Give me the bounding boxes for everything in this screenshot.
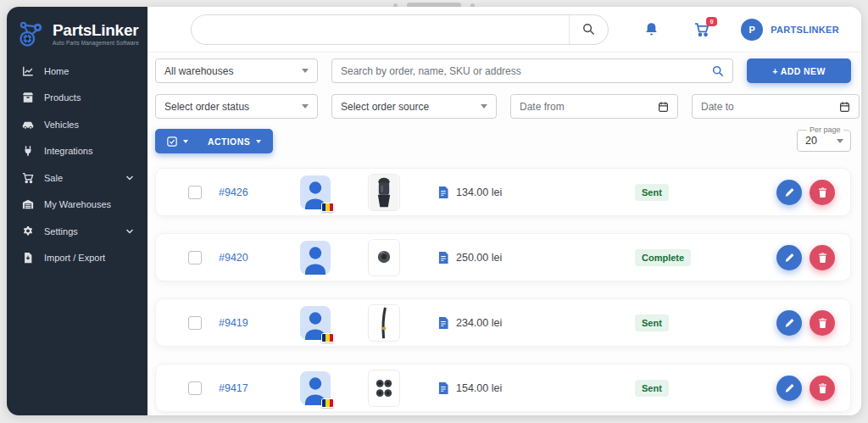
global-search [191, 14, 609, 45]
chevron-down-icon [837, 139, 843, 143]
gear-icon [22, 225, 34, 237]
app-logo[interactable]: PartsLinker Auto Parts Management Softwa… [7, 7, 147, 51]
order-id-link[interactable]: #9419 [219, 317, 266, 329]
delete-button[interactable] [810, 245, 835, 270]
chevron-down-icon [302, 104, 309, 109]
order-status-select[interactable]: Select order status [155, 94, 318, 119]
edit-button[interactable] [776, 310, 802, 336]
user-avatar: P [741, 19, 763, 41]
cart-button[interactable]: 0 [694, 22, 710, 37]
order-id-link[interactable]: #9426 [219, 186, 266, 198]
calendar-icon[interactable] [658, 101, 669, 113]
sidebar-item-settings[interactable]: Settings [7, 218, 147, 245]
edit-button[interactable] [776, 245, 802, 270]
date-from-input[interactable] [520, 101, 651, 113]
sidebar-item-products[interactable]: Products [7, 85, 147, 112]
per-page-label: Per page [807, 125, 843, 134]
order-id-link[interactable]: #9420 [219, 252, 266, 264]
chart-line-icon [22, 65, 34, 77]
delete-button[interactable] [810, 310, 835, 336]
sidebar-nav: Home Products Vehicles Integrations Sale [7, 58, 147, 271]
trash-icon [817, 382, 828, 394]
chevron-down-icon [124, 229, 136, 234]
sidebar-item-label: Integrations [44, 146, 92, 156]
order-source-select[interactable]: Select order source [331, 94, 497, 119]
sidebar-item-my-warehouses[interactable]: My Warehouses [7, 192, 147, 219]
delete-button[interactable] [810, 180, 835, 205]
row-actions [776, 310, 835, 336]
sidebar-item-home[interactable]: Home [7, 58, 147, 85]
invoice-icon [438, 317, 448, 329]
filters-row-2: Select order status Select order source [155, 94, 851, 119]
global-search-button[interactable] [569, 15, 608, 44]
sidebar-item-sale[interactable]: Sale [7, 164, 147, 192]
warehouse-select[interactable]: All warehouses [155, 58, 318, 83]
order-total-value: 234.00 lei [456, 317, 502, 329]
notifications-button[interactable] [644, 22, 659, 37]
sidebar-item-label: Vehicles [44, 120, 79, 130]
chevron-down-icon [183, 140, 188, 143]
file-import-icon [22, 252, 34, 264]
chevron-down-icon [302, 69, 309, 73]
product-photo[interactable] [368, 174, 400, 211]
date-to-field [692, 94, 860, 119]
customer-avatar[interactable] [300, 371, 331, 405]
top-bar: 0 P PARTSLINKER [147, 7, 861, 53]
sidebar-item-import-export[interactable]: Import / Export [7, 245, 147, 272]
edit-button[interactable] [776, 376, 802, 401]
global-search-input[interactable] [192, 15, 569, 44]
order-row: #9420 250.00 lei Complete [155, 233, 851, 281]
status-badge: Complete [635, 249, 691, 266]
app-title: PartsLinker [53, 22, 139, 38]
product-photo[interactable] [368, 304, 400, 342]
delete-button[interactable] [810, 376, 835, 401]
pencil-icon [784, 382, 795, 393]
row-checkbox[interactable] [188, 251, 202, 264]
row-checkbox[interactable] [188, 381, 202, 395]
orders-list: #9426 134.00 lei Sent [155, 168, 851, 412]
partslinker-logo-icon [17, 19, 46, 48]
user-menu[interactable]: P PARTSLINKER [741, 19, 839, 41]
row-checkbox[interactable] [188, 186, 202, 199]
order-row: #9419 234.00 lei Sent [155, 298, 851, 347]
order-search-input[interactable] [341, 65, 705, 77]
box-icon [22, 92, 34, 103]
order-total: 234.00 lei [438, 317, 557, 329]
row-checkbox[interactable] [188, 316, 202, 330]
order-id-link[interactable]: #9417 [219, 382, 266, 394]
order-source-select-value: Select order source [341, 101, 429, 113]
edit-button[interactable] [776, 180, 802, 205]
bulk-actions-button[interactable]: ACTIONS [155, 129, 273, 153]
order-total-value: 154.00 lei [456, 382, 502, 394]
add-new-button[interactable]: + ADD NEW [747, 58, 851, 83]
order-row: #9417 154.00 lei Sent [155, 364, 851, 412]
order-total-value: 134.00 lei [456, 186, 502, 198]
product-photo[interactable] [368, 370, 400, 407]
product-photo[interactable] [368, 239, 400, 276]
checkbox-icon [167, 136, 177, 147]
invoice-icon [438, 252, 448, 264]
status-badge: Sent [635, 380, 669, 397]
customer-avatar[interactable] [300, 306, 331, 340]
search-icon[interactable] [712, 65, 724, 77]
date-to-input[interactable] [701, 101, 832, 113]
invoice-icon [438, 382, 448, 394]
bell-icon [644, 22, 659, 37]
customer-avatar[interactable] [300, 241, 331, 275]
app-subtitle: Auto Parts Management Software [53, 40, 139, 46]
order-total: 134.00 lei [438, 186, 557, 198]
sidebar-item-label: Sale [44, 173, 63, 183]
sidebar-item-vehicles[interactable]: Vehicles [7, 111, 147, 138]
chevron-down-icon [124, 175, 136, 181]
sidebar-item-integrations[interactable]: Integrations [7, 138, 147, 165]
status-badge: Sent [635, 184, 669, 201]
calendar-icon[interactable] [839, 101, 850, 113]
user-name: PARTSLINKER [771, 25, 839, 35]
per-page-select[interactable]: Per page 20 [797, 125, 851, 152]
order-status-select-value: Select order status [164, 101, 249, 113]
customer-avatar[interactable] [300, 175, 331, 209]
warehouse-icon [22, 198, 34, 210]
search-icon [582, 23, 595, 36]
trash-icon [817, 252, 828, 264]
romania-flag-icon [321, 203, 334, 212]
